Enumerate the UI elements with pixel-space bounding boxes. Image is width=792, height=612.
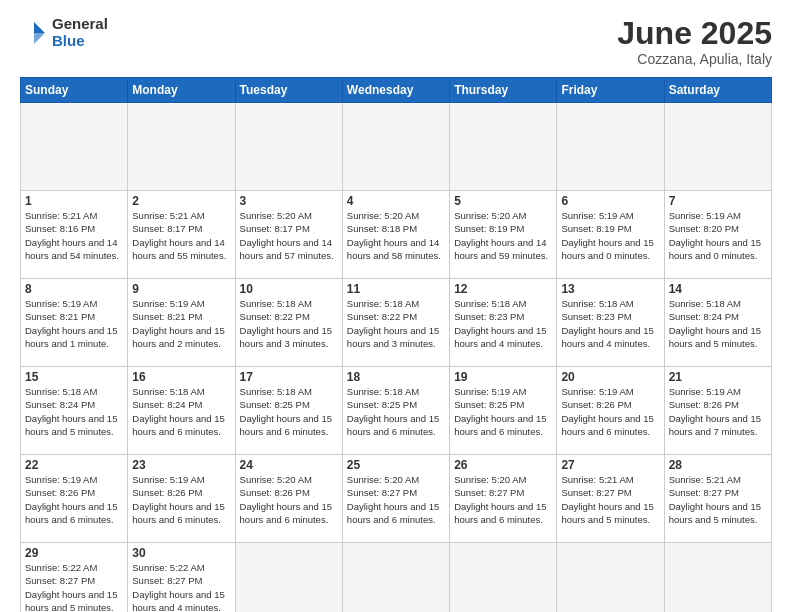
- day-detail: Sunrise: 5:22 AM Sunset: 8:27 PM Dayligh…: [132, 561, 230, 612]
- calendar-cell: 3 Sunrise: 5:20 AM Sunset: 8:17 PM Dayli…: [235, 191, 342, 279]
- day-number: 21: [669, 370, 767, 384]
- calendar-cell: [235, 543, 342, 612]
- calendar-cell: 20 Sunrise: 5:19 AM Sunset: 8:26 PM Dayl…: [557, 367, 664, 455]
- day-number: 15: [25, 370, 123, 384]
- day-detail: Sunrise: 5:18 AM Sunset: 8:22 PM Dayligh…: [240, 297, 338, 350]
- calendar-cell: 25 Sunrise: 5:20 AM Sunset: 8:27 PM Dayl…: [342, 455, 449, 543]
- calendar-cell: 28 Sunrise: 5:21 AM Sunset: 8:27 PM Dayl…: [664, 455, 771, 543]
- calendar-week-2: 8 Sunrise: 5:19 AM Sunset: 8:21 PM Dayli…: [21, 279, 772, 367]
- calendar-cell: 4 Sunrise: 5:20 AM Sunset: 8:18 PM Dayli…: [342, 191, 449, 279]
- day-number: 28: [669, 458, 767, 472]
- day-detail: Sunrise: 5:18 AM Sunset: 8:23 PM Dayligh…: [561, 297, 659, 350]
- day-number: 13: [561, 282, 659, 296]
- day-detail: Sunrise: 5:19 AM Sunset: 8:19 PM Dayligh…: [561, 209, 659, 262]
- calendar-cell: [21, 103, 128, 191]
- day-detail: Sunrise: 5:20 AM Sunset: 8:26 PM Dayligh…: [240, 473, 338, 526]
- calendar-cell: 5 Sunrise: 5:20 AM Sunset: 8:19 PM Dayli…: [450, 191, 557, 279]
- calendar-cell: 18 Sunrise: 5:18 AM Sunset: 8:25 PM Dayl…: [342, 367, 449, 455]
- title-month: June 2025: [617, 16, 772, 51]
- day-detail: Sunrise: 5:19 AM Sunset: 8:26 PM Dayligh…: [25, 473, 123, 526]
- day-detail: Sunrise: 5:22 AM Sunset: 8:27 PM Dayligh…: [25, 561, 123, 612]
- calendar-week-5: 29 Sunrise: 5:22 AM Sunset: 8:27 PM Dayl…: [21, 543, 772, 612]
- calendar-header-wednesday: Wednesday: [342, 78, 449, 103]
- day-number: 24: [240, 458, 338, 472]
- day-detail: Sunrise: 5:19 AM Sunset: 8:21 PM Dayligh…: [25, 297, 123, 350]
- day-detail: Sunrise: 5:18 AM Sunset: 8:24 PM Dayligh…: [669, 297, 767, 350]
- calendar-cell: [557, 543, 664, 612]
- day-detail: Sunrise: 5:18 AM Sunset: 8:25 PM Dayligh…: [347, 385, 445, 438]
- calendar-cell: 6 Sunrise: 5:19 AM Sunset: 8:19 PM Dayli…: [557, 191, 664, 279]
- calendar-cell: 1 Sunrise: 5:21 AM Sunset: 8:16 PM Dayli…: [21, 191, 128, 279]
- calendar-cell: [342, 103, 449, 191]
- calendar-cell: [664, 543, 771, 612]
- calendar-header-sunday: Sunday: [21, 78, 128, 103]
- day-number: 6: [561, 194, 659, 208]
- calendar-cell: [450, 543, 557, 612]
- day-detail: Sunrise: 5:21 AM Sunset: 8:16 PM Dayligh…: [25, 209, 123, 262]
- calendar-cell: 2 Sunrise: 5:21 AM Sunset: 8:17 PM Dayli…: [128, 191, 235, 279]
- calendar-cell: 23 Sunrise: 5:19 AM Sunset: 8:26 PM Dayl…: [128, 455, 235, 543]
- day-detail: Sunrise: 5:19 AM Sunset: 8:25 PM Dayligh…: [454, 385, 552, 438]
- day-number: 12: [454, 282, 552, 296]
- day-number: 22: [25, 458, 123, 472]
- calendar-week-1: 1 Sunrise: 5:21 AM Sunset: 8:16 PM Dayli…: [21, 191, 772, 279]
- day-number: 1: [25, 194, 123, 208]
- day-number: 9: [132, 282, 230, 296]
- calendar-header-thursday: Thursday: [450, 78, 557, 103]
- day-number: 8: [25, 282, 123, 296]
- logo-icon: [20, 19, 48, 47]
- day-number: 20: [561, 370, 659, 384]
- day-number: 7: [669, 194, 767, 208]
- day-number: 19: [454, 370, 552, 384]
- day-number: 26: [454, 458, 552, 472]
- day-detail: Sunrise: 5:18 AM Sunset: 8:25 PM Dayligh…: [240, 385, 338, 438]
- calendar-cell: 7 Sunrise: 5:19 AM Sunset: 8:20 PM Dayli…: [664, 191, 771, 279]
- page: General Blue June 2025 Cozzana, Apulia, …: [0, 0, 792, 612]
- day-detail: Sunrise: 5:19 AM Sunset: 8:26 PM Dayligh…: [669, 385, 767, 438]
- calendar-cell: 26 Sunrise: 5:20 AM Sunset: 8:27 PM Dayl…: [450, 455, 557, 543]
- day-detail: Sunrise: 5:18 AM Sunset: 8:22 PM Dayligh…: [347, 297, 445, 350]
- day-detail: Sunrise: 5:19 AM Sunset: 8:26 PM Dayligh…: [132, 473, 230, 526]
- day-number: 27: [561, 458, 659, 472]
- logo-text: General Blue: [52, 16, 108, 49]
- day-detail: Sunrise: 5:20 AM Sunset: 8:19 PM Dayligh…: [454, 209, 552, 262]
- calendar-cell: 22 Sunrise: 5:19 AM Sunset: 8:26 PM Dayl…: [21, 455, 128, 543]
- day-detail: Sunrise: 5:20 AM Sunset: 8:17 PM Dayligh…: [240, 209, 338, 262]
- calendar-cell: 15 Sunrise: 5:18 AM Sunset: 8:24 PM Dayl…: [21, 367, 128, 455]
- day-detail: Sunrise: 5:18 AM Sunset: 8:23 PM Dayligh…: [454, 297, 552, 350]
- title-block: June 2025 Cozzana, Apulia, Italy: [617, 16, 772, 67]
- calendar-header-monday: Monday: [128, 78, 235, 103]
- calendar-cell: 8 Sunrise: 5:19 AM Sunset: 8:21 PM Dayli…: [21, 279, 128, 367]
- calendar-cell: 10 Sunrise: 5:18 AM Sunset: 8:22 PM Dayl…: [235, 279, 342, 367]
- calendar-header-tuesday: Tuesday: [235, 78, 342, 103]
- day-detail: Sunrise: 5:19 AM Sunset: 8:20 PM Dayligh…: [669, 209, 767, 262]
- calendar-cell: [664, 103, 771, 191]
- day-number: 5: [454, 194, 552, 208]
- svg-marker-1: [34, 33, 45, 44]
- day-detail: Sunrise: 5:18 AM Sunset: 8:24 PM Dayligh…: [25, 385, 123, 438]
- day-detail: Sunrise: 5:21 AM Sunset: 8:27 PM Dayligh…: [561, 473, 659, 526]
- day-number: 25: [347, 458, 445, 472]
- calendar-cell: [342, 543, 449, 612]
- logo: General Blue: [20, 16, 108, 49]
- day-number: 29: [25, 546, 123, 560]
- calendar-cell: 21 Sunrise: 5:19 AM Sunset: 8:26 PM Dayl…: [664, 367, 771, 455]
- day-number: 18: [347, 370, 445, 384]
- day-number: 4: [347, 194, 445, 208]
- calendar-cell: 16 Sunrise: 5:18 AM Sunset: 8:24 PM Dayl…: [128, 367, 235, 455]
- day-detail: Sunrise: 5:20 AM Sunset: 8:18 PM Dayligh…: [347, 209, 445, 262]
- calendar-cell: 17 Sunrise: 5:18 AM Sunset: 8:25 PM Dayl…: [235, 367, 342, 455]
- day-detail: Sunrise: 5:20 AM Sunset: 8:27 PM Dayligh…: [347, 473, 445, 526]
- calendar-cell: 29 Sunrise: 5:22 AM Sunset: 8:27 PM Dayl…: [21, 543, 128, 612]
- calendar-cell: 14 Sunrise: 5:18 AM Sunset: 8:24 PM Dayl…: [664, 279, 771, 367]
- svg-marker-0: [34, 22, 45, 33]
- calendar-cell: 12 Sunrise: 5:18 AM Sunset: 8:23 PM Dayl…: [450, 279, 557, 367]
- calendar-cell: [450, 103, 557, 191]
- day-detail: Sunrise: 5:18 AM Sunset: 8:24 PM Dayligh…: [132, 385, 230, 438]
- day-number: 30: [132, 546, 230, 560]
- header: General Blue June 2025 Cozzana, Apulia, …: [20, 16, 772, 67]
- calendar-cell: 24 Sunrise: 5:20 AM Sunset: 8:26 PM Dayl…: [235, 455, 342, 543]
- calendar-table: SundayMondayTuesdayWednesdayThursdayFrid…: [20, 77, 772, 612]
- day-detail: Sunrise: 5:21 AM Sunset: 8:27 PM Dayligh…: [669, 473, 767, 526]
- calendar-header-row: SundayMondayTuesdayWednesdayThursdayFrid…: [21, 78, 772, 103]
